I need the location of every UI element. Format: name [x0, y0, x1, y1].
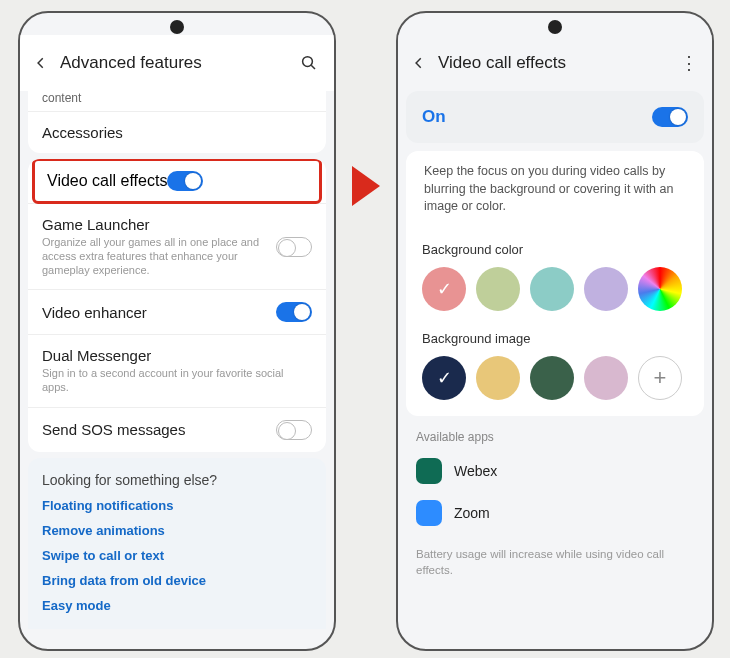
app-row[interactable]: Webex [398, 450, 712, 492]
app-name: Zoom [454, 505, 490, 521]
bg-image-swatch[interactable] [584, 356, 628, 400]
label-video-enhancer: Video enhancer [42, 304, 276, 321]
label-accessories: Accessories [42, 124, 312, 141]
footer-link[interactable]: Bring data from old device [42, 573, 312, 588]
phone-video-call-effects: Video call effects ⋮ On Keep the focus o… [396, 11, 714, 651]
footer-link[interactable]: Easy mode [42, 598, 312, 613]
back-icon[interactable] [412, 56, 432, 70]
toggle-video-call-effects[interactable] [167, 171, 203, 191]
sub-dual-messenger: Sign in to a second account in your favo… [42, 367, 312, 395]
footer-card: Looking for something else? Floating not… [28, 458, 326, 629]
search-icon[interactable] [300, 54, 320, 72]
header-bar: Advanced features [20, 35, 334, 91]
row-video-call-effects-wrap: Video call effects [28, 159, 326, 204]
arrow-icon [352, 166, 380, 206]
row-game-launcher[interactable]: Game Launcher Organize all your games al… [28, 204, 326, 290]
description-text: Keep the focus on you during video calls… [406, 151, 704, 232]
bg-color-swatch[interactable] [530, 267, 574, 311]
label-dual-messenger: Dual Messenger [42, 347, 312, 364]
label-video-call-effects: Video call effects [47, 172, 167, 190]
page-title: Video call effects [432, 53, 678, 73]
battery-footnote: Battery usage will increase while using … [398, 534, 712, 590]
camera-notch [548, 20, 562, 34]
bg-color-swatch[interactable] [638, 267, 682, 311]
on-label: On [422, 107, 652, 127]
row-send-sos[interactable]: Send SOS messages [28, 408, 326, 452]
app-icon [416, 458, 442, 484]
footer-link[interactable]: Swipe to call or text [42, 548, 312, 563]
header-bar: Video call effects ⋮ [398, 35, 712, 91]
page-title: Advanced features [54, 53, 300, 73]
available-apps-title: Available apps [398, 416, 712, 450]
section-bg-image: Background image + [406, 325, 704, 416]
bg-image-swatch[interactable] [422, 356, 466, 400]
master-toggle-row[interactable]: On [406, 91, 704, 143]
bg-image-swatch[interactable] [530, 356, 574, 400]
label-send-sos: Send SOS messages [42, 421, 276, 438]
bg-color-swatch[interactable] [584, 267, 628, 311]
row-video-enhancer[interactable]: Video enhancer [28, 290, 326, 335]
svg-point-0 [303, 57, 313, 67]
bg-color-swatch[interactable] [422, 267, 466, 311]
add-bg-image-button[interactable]: + [638, 356, 682, 400]
row-dual-messenger[interactable]: Dual Messenger Sign in to a second accou… [28, 335, 326, 408]
truncated-row[interactable]: content [28, 89, 326, 112]
app-name: Webex [454, 463, 497, 479]
row-video-call-effects[interactable]: Video call effects [32, 159, 322, 204]
bg-image-swatch[interactable] [476, 356, 520, 400]
phone-advanced-features: Advanced features content Accessories Vi… [18, 11, 336, 651]
footer-title: Looking for something else? [42, 472, 312, 488]
toggle-game-launcher[interactable] [276, 237, 312, 257]
bg-image-swatches: + [422, 356, 688, 400]
bg-color-swatch[interactable] [476, 267, 520, 311]
footer-link[interactable]: Remove animations [42, 523, 312, 538]
settings-group-top: content Accessories [28, 89, 326, 153]
section-bg-color: Background color [406, 232, 704, 325]
more-icon[interactable]: ⋮ [678, 52, 698, 74]
sub-game-launcher: Organize all your games all in one place… [42, 236, 276, 277]
camera-notch [170, 20, 184, 34]
app-row[interactable]: Zoom [398, 492, 712, 534]
app-icon [416, 500, 442, 526]
bg-color-title: Background color [422, 242, 688, 257]
bg-image-title: Background image [422, 331, 688, 346]
row-accessories[interactable]: Accessories [28, 112, 326, 153]
bg-color-swatches [422, 267, 688, 311]
toggle-send-sos[interactable] [276, 420, 312, 440]
toggle-master[interactable] [652, 107, 688, 127]
back-icon[interactable] [34, 56, 54, 70]
settings-group-main: Video call effects Game Launcher Organiz… [28, 159, 326, 452]
toggle-video-enhancer[interactable] [276, 302, 312, 322]
label-game-launcher: Game Launcher [42, 216, 276, 233]
svg-line-1 [311, 65, 315, 69]
footer-link[interactable]: Floating notifications [42, 498, 312, 513]
